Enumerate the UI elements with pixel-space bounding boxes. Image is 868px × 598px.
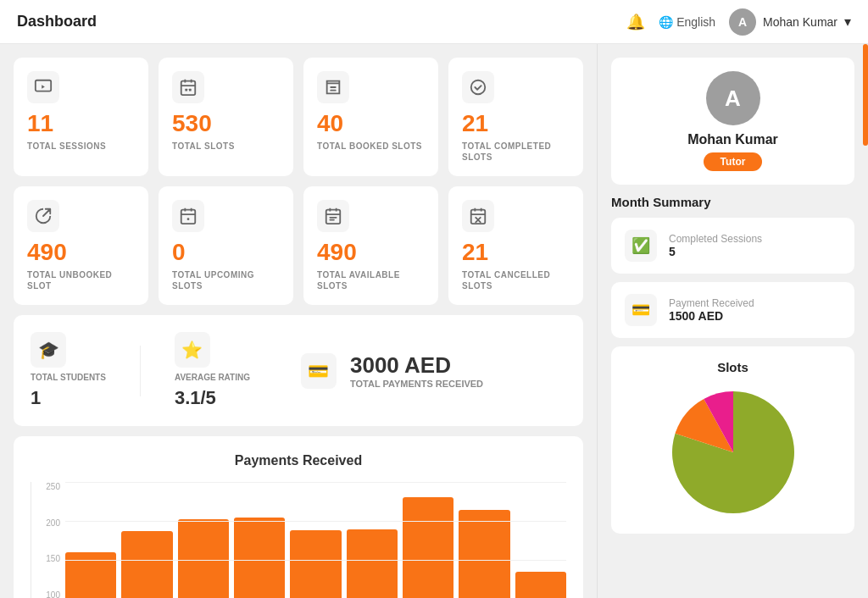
payment-received-value: 1500 AED — [669, 309, 754, 323]
payment-received-card: 💳 Payment Received 1500 AED — [611, 282, 854, 338]
stat-card-total-available-slots: 490 TOTAL AVAILABLE SLOTS — [303, 186, 438, 305]
rating-icon: ⭐ — [175, 332, 210, 368]
total-upcoming-slots-value: 0 — [172, 241, 280, 264]
chevron-down-icon: ▾ — [844, 14, 851, 30]
globe-icon: 🌐 — [659, 15, 673, 29]
chart-bar[interactable] — [459, 510, 509, 598]
total-booked-slots-value: 40 — [317, 112, 425, 136]
profile-avatar: A — [706, 71, 760, 125]
stats-row-1: 11 TOTAL SESSIONS 530 TOTAL SLOTS 40 TOT… — [14, 58, 583, 176]
total-slots-label: TOTAL SLOTS — [172, 141, 280, 152]
svg-rect-0 — [36, 80, 51, 91]
svg-point-6 — [187, 218, 190, 220]
main-content: 11 TOTAL SESSIONS 530 TOTAL SLOTS 40 TOT… — [0, 44, 597, 598]
completed-sessions-icon: ✅ — [625, 230, 657, 262]
total-unbooked-slot-label: TOTAL UNBOOKED SLOT — [27, 269, 135, 291]
total-sessions-value: 11 — [27, 112, 135, 136]
stat-card-total-slots: 530 TOTAL SLOTS — [159, 58, 293, 176]
user-menu[interactable]: A Mohan Kumar ▾ — [729, 8, 851, 36]
bar-chart: 250200150100 — [31, 482, 566, 598]
chart-bar[interactable] — [515, 572, 566, 598]
total-upcoming-slots-label: TOTAL UPCOMING SLOTS — [172, 269, 280, 291]
payment-amount: 3000 AED — [350, 352, 483, 379]
payments-chart-section: Payments Received 250200150100 Amount in… — [14, 436, 583, 598]
month-summary-title: Month Summary — [611, 195, 854, 209]
stat-card-total-completed-slots: 21 TOTAL COMPLETED SLOTS — [448, 58, 583, 176]
completed-sessions-card: ✅ Completed Sessions 5 — [611, 218, 854, 274]
payment-received-info: Payment Received 1500 AED — [669, 297, 754, 323]
main-layout: 11 TOTAL SESSIONS 530 TOTAL SLOTS 40 TOT… — [0, 44, 868, 598]
notification-icon[interactable]: 🔔 — [626, 13, 645, 31]
svg-point-4 — [471, 80, 486, 95]
chart-bar[interactable] — [178, 519, 229, 598]
payment-received-icon: 💳 — [625, 294, 657, 326]
total-available-slots-value: 490 — [317, 241, 425, 264]
svg-rect-8 — [471, 210, 486, 224]
payment-received-label: Payment Received — [669, 297, 754, 309]
y-axis-tick: 100 — [31, 590, 64, 598]
completed-sessions-info: Completed Sessions 5 — [669, 233, 762, 258]
slots-card: Slots — [611, 346, 854, 534]
total-completed-slots-label: TOTAL COMPLETED SLOTS — [462, 141, 570, 163]
total-cancelled-slots-icon — [462, 200, 494, 232]
slots-pie-chart — [665, 385, 801, 520]
svg-rect-1 — [181, 81, 196, 96]
chart-title: Payments Received — [31, 453, 566, 468]
total-cancelled-slots-value: 21 — [462, 241, 570, 264]
total-sessions-label: TOTAL SESSIONS — [27, 141, 135, 152]
svg-rect-2 — [185, 89, 187, 91]
chart-area: 250200150100 Amount in AED — [31, 482, 566, 598]
username-label: Mohan Kumar — [763, 15, 837, 29]
total-available-slots-label: TOTAL AVAILABLE SLOTS — [317, 269, 425, 291]
total-completed-slots-icon — [462, 71, 494, 103]
y-axis-labels: 250200150100 — [31, 482, 64, 598]
total-cancelled-slots-label: TOTAL CANCELLED SLOTS — [462, 269, 570, 291]
total-booked-slots-icon — [317, 71, 349, 103]
payment-label: TOTAL PAYMENTS RECEIVED — [350, 379, 483, 389]
total-students-stat: 🎓 TOTAL STUDENTS 1 — [31, 332, 106, 409]
header: Dashboard 🔔 🌐 English A Mohan Kumar ▾ — [0, 0, 868, 44]
svg-rect-5 — [181, 210, 196, 224]
language-label: English — [676, 15, 715, 29]
y-axis-tick: 150 — [31, 554, 64, 563]
header-right: 🔔 🌐 English A Mohan Kumar ▾ — [626, 8, 851, 36]
stat-card-total-sessions: 11 TOTAL SESSIONS — [14, 58, 148, 176]
stat-card-total-booked-slots: 40 TOTAL BOOKED SLOTS — [303, 58, 438, 176]
completed-sessions-label: Completed Sessions — [669, 233, 762, 245]
total-completed-slots-value: 21 — [462, 112, 570, 136]
total-available-slots-icon — [317, 200, 349, 232]
payment-icon: 💳 — [301, 353, 337, 389]
total-sessions-icon — [27, 71, 59, 103]
chart-bar[interactable] — [65, 552, 116, 598]
chart-bar[interactable] — [234, 518, 285, 598]
chart-bar[interactable] — [290, 530, 341, 598]
chart-bar[interactable] — [121, 531, 172, 598]
stat-card-total-cancelled-slots: 21 TOTAL CANCELLED SLOTS — [448, 186, 583, 305]
total-booked-slots-label: TOTAL BOOKED SLOTS — [317, 141, 425, 152]
y-axis-tick: 200 — [31, 518, 64, 528]
chart-bar[interactable] — [347, 529, 398, 598]
average-rating-stat: ⭐ AVERAGE RATING 3.1/5 — [175, 332, 250, 409]
slots-title: Slots — [625, 360, 841, 374]
students-label: TOTAL STUDENTS — [31, 373, 106, 382]
stat-card-total-unbooked-slot: 490 TOTAL UNBOOKED SLOT — [14, 186, 148, 305]
language-selector[interactable]: 🌐 English — [659, 15, 715, 29]
page-title: Dashboard — [17, 13, 97, 30]
stats-row-2: 490 TOTAL UNBOOKED SLOT 0 TOTAL UPCOMING… — [14, 186, 583, 305]
scroll-accent — [863, 44, 868, 146]
bottom-stats-bar: 🎓 TOTAL STUDENTS 1 ⭐ AVERAGE RATING 3.1/… — [14, 315, 583, 426]
completed-sessions-value: 5 — [669, 245, 762, 258]
total-unbooked-slot-value: 490 — [27, 241, 135, 264]
pie-chart-container — [625, 385, 841, 520]
profile-name: Mohan Kumar — [687, 132, 778, 147]
chart-bar[interactable] — [403, 497, 453, 598]
right-sidebar: A Mohan Kumar Tutor Month Summary ✅ Comp… — [597, 44, 868, 598]
total-upcoming-slots-icon — [172, 200, 204, 232]
divider — [140, 346, 141, 396]
total-slots-icon — [172, 71, 204, 103]
rating-value: 3.1/5 — [175, 387, 250, 409]
stat-card-total-upcoming-slots: 0 TOTAL UPCOMING SLOTS — [159, 186, 293, 305]
svg-rect-3 — [189, 89, 192, 91]
total-unbooked-slot-icon — [27, 200, 59, 232]
profile-role-badge: Tutor — [704, 152, 763, 171]
